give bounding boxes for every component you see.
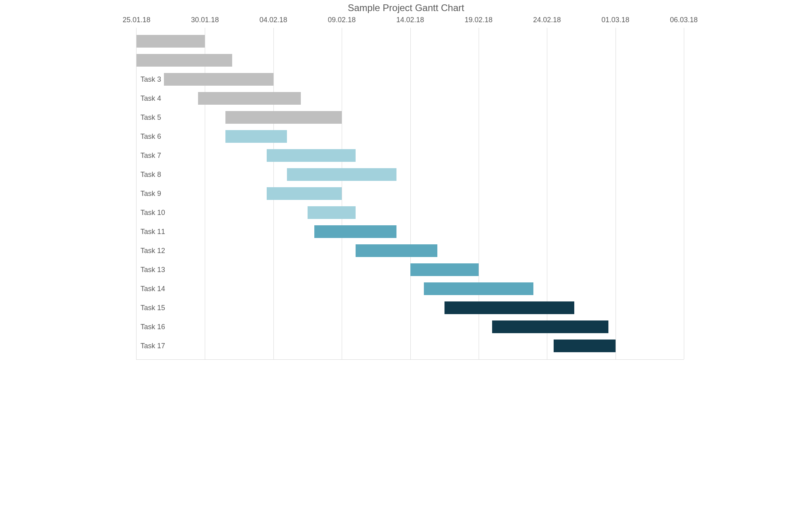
task-bar [444,301,575,314]
x-tick-label: 06.03.18 [670,16,698,24]
task-label: Task 9 [140,190,161,198]
task-row: Task 6 [137,127,684,146]
gridline [684,28,684,359]
chart-title: Sample Project Gantt Chart [112,2,700,13]
task-row: Task 17 [137,336,684,355]
x-tick-label: 24.02.18 [533,16,561,24]
task-bar [198,92,301,105]
task-label: Task 16 [140,323,165,331]
plot-area: 25.01.1830.01.1804.02.1809.02.1814.02.18… [136,28,684,360]
task-bar [308,206,356,219]
task-row: Task 4 [137,89,684,108]
task-row: Task 11 [137,222,684,241]
task-label: Task 12 [140,247,165,255]
task-bar [267,149,356,162]
task-bar [314,225,396,238]
task-row: Task 10 [137,203,684,222]
task-label: Task 13 [140,266,165,274]
task-row: Task 12 [137,241,684,260]
task-label: Task 11 [140,228,165,236]
task-row: Task 15 [137,298,684,317]
task-row: Task 5 [137,108,684,127]
task-bar [424,282,533,295]
task-row: Task 16 [137,317,684,336]
task-label: Task 15 [140,304,165,312]
task-label: Task 10 [140,209,165,217]
task-row: Task 3 [137,70,684,89]
task-bar [225,111,342,124]
task-bar [410,263,479,276]
task-bar [137,35,205,48]
gantt-chart: Sample Project Gantt Chart 25.01.1830.01… [112,0,700,381]
x-tick-label: 30.01.18 [191,16,219,24]
task-label: Task 6 [140,132,161,141]
x-tick-label: 09.02.18 [328,16,356,24]
x-tick-label: 25.01.18 [123,16,150,24]
task-bar [164,73,273,86]
task-label: Task 14 [140,285,165,293]
task-bar [267,187,342,200]
task-bar [492,320,608,333]
task-row: Task 7 [137,146,684,165]
task-row: Task 14 [137,279,684,298]
task-row: Task 13 [137,260,684,279]
task-label: Task 3 [140,75,161,84]
task-label: Task 17 [140,342,165,350]
task-row: Task 8 [137,165,684,184]
x-tick-label: 01.03.18 [602,16,629,24]
task-label: Task 8 [140,171,161,179]
task-row: Task 9 [137,184,684,203]
x-tick-label: 04.02.18 [260,16,287,24]
task-bar [287,168,396,181]
x-tick-label: 14.02.18 [396,16,424,24]
task-label: Task 4 [140,94,161,103]
task-label: Task 7 [140,152,161,160]
task-label: Task 5 [140,113,161,122]
x-tick-label: 19.02.18 [465,16,493,24]
task-bar [137,54,232,67]
task-row: Task 1 [137,32,684,51]
task-row: Task 2 [137,51,684,70]
task-bar [356,244,438,257]
task-bar [554,340,615,352]
task-bar [225,130,287,143]
